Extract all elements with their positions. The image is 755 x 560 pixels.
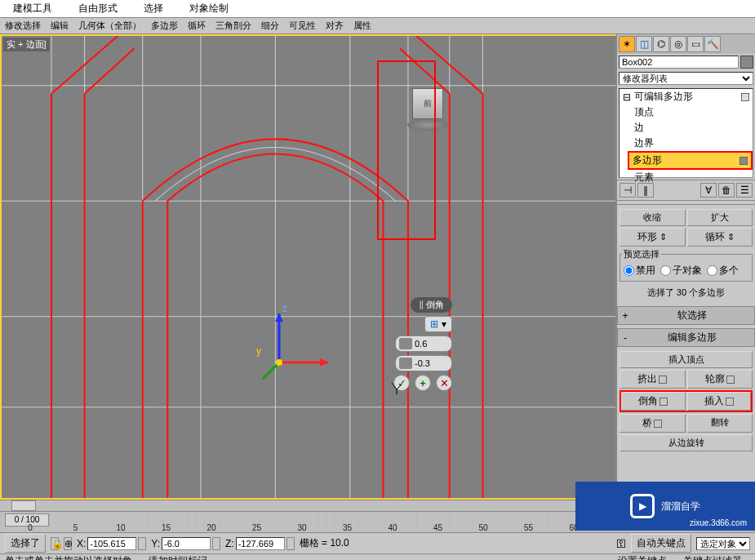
watermark-url: zixue.3d66.com: [690, 518, 747, 527]
ribbon-tab[interactable]: 循环: [183, 18, 211, 33]
watermark-brand: 溜溜自学: [661, 500, 700, 513]
stack-root[interactable]: 可编辑多边形: [634, 90, 693, 104]
coord-mode-icon[interactable]: ⊕: [64, 537, 72, 550]
preview-legend: 预览选择: [622, 248, 661, 260]
loop-button[interactable]: 循环 ⇕: [687, 228, 753, 247]
outline-button[interactable]: 轮廓: [687, 370, 753, 389]
soft-selection-rollout[interactable]: +软选择: [617, 306, 755, 325]
x-input[interactable]: [87, 537, 136, 550]
ribbon-tabs: 修改选择 编辑 几何体（全部） 多边形 循环 三角剖分 细分 可见性 对齐 属性: [0, 18, 755, 34]
key-filters-button[interactable]: 关键点过滤器...: [683, 554, 750, 560]
hint-text: 单击或单击并拖动以选择对象: [5, 554, 132, 560]
selection-lock-button[interactable]: 选择了: [5, 534, 46, 553]
subobj-border[interactable]: 边界: [631, 136, 753, 151]
command-panel-tabs: ✶ ◫ ⌬ ◎ ▭ 🔨: [617, 34, 755, 54]
grow-button[interactable]: 扩大: [687, 209, 753, 226]
bevel-outline-input[interactable]: [412, 358, 448, 368]
hint-bar: 单击或单击并拖动以选择对象 添加时间标记 设置关键点 关键点过滤器...: [0, 553, 755, 560]
y-coord: Y:: [151, 537, 220, 550]
hierarchy-tab-icon[interactable]: ⌬: [653, 36, 669, 52]
command-panel: ✶ ◫ ⌬ ◎ ▭ 🔨 修改器列表 ⊟可编辑多边形 顶点 边 边界 多边形 元素…: [616, 34, 755, 500]
selection-status: 选择了 30 个多边形: [620, 283, 753, 302]
main-menu: 建模工具 自由形式 选择 对象绘制: [0, 0, 755, 18]
y-input[interactable]: [162, 537, 211, 550]
bevel-outline-spinner[interactable]: [395, 355, 452, 371]
menu-item[interactable]: 自由形式: [65, 0, 131, 17]
ribbon-tab[interactable]: 编辑: [46, 18, 73, 33]
viewcube-ring[interactable]: [407, 119, 448, 131]
bevel-caddy: ‖ 倒角 ⊞ ▾: [393, 297, 452, 391]
autokey-button[interactable]: 自动关键点: [631, 534, 691, 553]
shrink-button[interactable]: 收缩: [620, 209, 686, 226]
setkey-button[interactable]: 设置关键点: [618, 554, 667, 560]
extrude-button[interactable]: 挤出: [620, 370, 686, 389]
ribbon-tab[interactable]: 对齐: [321, 18, 349, 33]
menu-item[interactable]: 建模工具: [0, 0, 65, 17]
key-target-select[interactable]: 选定对象: [696, 537, 750, 550]
time-slider[interactable]: 0 / 100: [5, 513, 49, 527]
lock-icon[interactable]: 🔒: [51, 537, 59, 550]
remove-modifier-icon[interactable]: 🗑: [718, 183, 735, 198]
watermark: ▶ 溜溜自学 zixue.3d66.com: [575, 482, 755, 531]
viewport[interactable]: 实 + 边面]: [0, 34, 616, 500]
z-input[interactable]: [236, 537, 285, 550]
ribbon-tab[interactable]: 属性: [349, 18, 376, 33]
ribbon-tab[interactable]: 几何体（全部）: [73, 18, 146, 33]
play-icon: ▶: [630, 494, 655, 518]
subobj-polygon[interactable]: 多边形: [628, 151, 753, 170]
subobj-vertex[interactable]: 顶点: [631, 104, 753, 120]
outline-icon: [399, 358, 412, 369]
svg-line-16: [85, 48, 135, 94]
ring-button[interactable]: 环形 ⇕: [620, 228, 686, 247]
modify-tab-icon[interactable]: ◫: [636, 36, 652, 52]
inset-button[interactable]: 插入: [687, 392, 752, 411]
flip-button[interactable]: 翻转: [687, 414, 753, 433]
make-unique-icon[interactable]: ∀: [700, 183, 717, 198]
motion-tab-icon[interactable]: ◎: [670, 36, 686, 52]
preview-fieldset: 预览选择 禁用 子对象 多个: [620, 248, 753, 282]
show-end-result-icon[interactable]: ‖: [637, 183, 654, 198]
subobj-edge[interactable]: 边: [631, 120, 753, 136]
key-icon[interactable]: ⚿: [616, 538, 626, 549]
hint-text-2: 添加时间标记: [149, 554, 207, 560]
insert-vertex-button[interactable]: 插入顶点: [620, 351, 753, 368]
pin-stack-icon[interactable]: ⊣: [620, 183, 636, 198]
x-coord: X:: [77, 537, 146, 550]
display-tab-icon[interactable]: ▭: [687, 36, 704, 52]
caddy-title: ‖ 倒角: [411, 297, 452, 313]
apply-and-continue-button[interactable]: [415, 375, 431, 391]
menu-item[interactable]: 对象绘制: [176, 0, 242, 17]
preview-multi-radio[interactable]: 多个: [707, 264, 739, 278]
bevel-height-spinner[interactable]: [395, 336, 452, 352]
status-bar: 选择了 🔒 ⊕ X: Y: Z: 栅格 = 10.0 ⚿ 自动关键点 选定对象: [0, 532, 755, 553]
cancel-button[interactable]: [436, 375, 452, 391]
grid-size: 栅格 = 10.0: [300, 536, 349, 550]
bevel-button[interactable]: 倒角: [621, 392, 686, 411]
z-coord: Z:: [225, 537, 295, 550]
utilities-tab-icon[interactable]: 🔨: [704, 36, 721, 52]
menu-item[interactable]: 选择: [131, 0, 176, 17]
ribbon-tab[interactable]: 修改选择: [0, 18, 46, 33]
ribbon-tab[interactable]: 多边形: [146, 18, 183, 33]
ribbon-tab[interactable]: 可见性: [284, 18, 321, 33]
stack-tools: ⊣ ‖ ∀ 🗑 ☰: [617, 180, 755, 201]
viewcube-face[interactable]: 前: [412, 88, 443, 119]
object-color-swatch[interactable]: [740, 56, 753, 69]
viewcube[interactable]: 前: [403, 85, 452, 134]
configure-sets-icon[interactable]: ☰: [736, 183, 753, 198]
preview-off-radio[interactable]: 禁用: [624, 264, 655, 278]
wireframe-model: [2, 36, 615, 498]
caddy-type-selector[interactable]: ⊞ ▾: [424, 316, 452, 332]
modifier-stack[interactable]: ⊟可编辑多边形 顶点 边 边界 多边形 元素: [619, 88, 753, 178]
modifier-list-dropdown[interactable]: 修改器列表: [619, 72, 753, 85]
hinge-from-edge-button[interactable]: 从边旋转: [620, 434, 753, 451]
bridge-button[interactable]: 桥: [620, 414, 686, 433]
ribbon-tab[interactable]: 细分: [256, 18, 284, 33]
preview-sub-radio[interactable]: 子对象: [660, 264, 702, 278]
object-name-input[interactable]: [619, 56, 739, 69]
height-icon: [399, 338, 412, 349]
edit-polygons-rollout[interactable]: -编辑多边形: [617, 328, 755, 347]
ribbon-tab[interactable]: 三角剖分: [211, 18, 256, 33]
create-tab-icon[interactable]: ✶: [619, 36, 635, 52]
bevel-height-input[interactable]: [412, 339, 448, 349]
